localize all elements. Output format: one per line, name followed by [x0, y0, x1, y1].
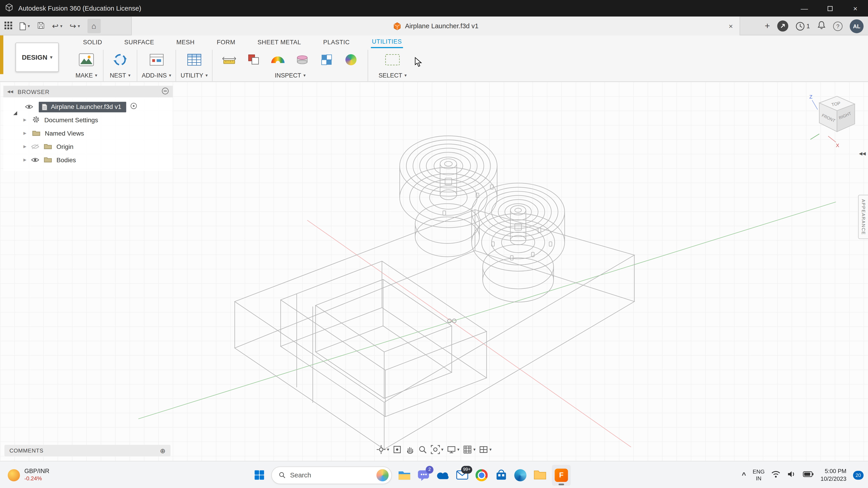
save-button[interactable]	[37, 21, 45, 31]
draft-analysis-button[interactable]	[339, 49, 363, 71]
expander-icon[interactable]: ▶	[22, 118, 28, 123]
addins-button[interactable]	[144, 49, 168, 71]
taskbar-edge[interactable]	[513, 468, 528, 482]
circle-plus-icon: ⊕	[160, 447, 166, 455]
gear-icon	[32, 116, 40, 125]
taskbar-fusion-360[interactable]: F	[552, 464, 571, 486]
select-dropdown[interactable]: SELECT▾	[379, 72, 407, 78]
make-button[interactable]	[74, 49, 98, 71]
language-switcher[interactable]: ENG IN	[753, 468, 765, 481]
appearance-panel-tab[interactable]: APPEARANCE	[858, 195, 868, 239]
account-avatar[interactable]: AL	[850, 19, 864, 33]
new-tab-button[interactable]: +	[765, 21, 770, 31]
search-box[interactable]: Search	[271, 466, 392, 484]
curvature-map-button[interactable]	[266, 49, 290, 71]
tray-expand-button[interactable]: ^	[742, 473, 746, 477]
browser-minimize-button[interactable]	[162, 87, 169, 96]
select-button[interactable]	[380, 49, 405, 71]
chevron-down-icon: ▾	[387, 447, 389, 452]
volume-button[interactable]	[787, 470, 796, 480]
eye-icon	[31, 157, 39, 162]
tab-solid[interactable]: SOLID	[82, 37, 103, 48]
expander-icon[interactable]: ▶	[22, 158, 28, 162]
addins-dropdown[interactable]: ADD-INS▾	[142, 72, 171, 78]
tree-row-bodies[interactable]: ▶ Bodies	[3, 153, 173, 166]
tree-row-root[interactable]: Airplane Launcher.f3d v1	[3, 100, 173, 113]
clock-date-button[interactable]: 5:00 PM 10/2/2023	[820, 468, 846, 482]
home-view-button[interactable]: ⌂	[87, 19, 101, 33]
taskbar-folder[interactable]	[532, 468, 547, 482]
app-grid-button[interactable]	[4, 21, 12, 31]
maximize-button[interactable]	[817, 0, 843, 17]
browser-collapse-button[interactable]: ◀◀	[7, 90, 13, 94]
root-node-label[interactable]: Airplane Launcher.f3d v1	[39, 101, 126, 112]
tree-row-named-views[interactable]: ▶ Named Views	[3, 127, 173, 140]
document-tab-close-button[interactable]: ×	[729, 22, 733, 30]
file-menu-button[interactable]: ▾	[20, 22, 30, 30]
undo-button[interactable]: ↩ ▾	[52, 22, 62, 30]
minimize-button[interactable]: —	[792, 0, 817, 17]
section-analysis-button[interactable]	[315, 49, 339, 71]
edge-icon	[514, 469, 526, 481]
ground-target-icon[interactable]	[130, 102, 137, 111]
add-comment-button[interactable]: ⊕	[160, 447, 166, 455]
nest-dropdown[interactable]: NEST▾	[110, 72, 130, 78]
interference-button[interactable]	[241, 49, 266, 71]
tree-row-origin[interactable]: ▶ Origin	[3, 140, 173, 153]
taskbar-store[interactable]	[494, 468, 508, 482]
taskbar-file-explorer[interactable]	[397, 468, 411, 482]
expander-icon[interactable]: ▶	[22, 144, 28, 149]
notification-count-badge[interactable]: 20	[853, 470, 864, 480]
widgets-stock-button[interactable]: GBP/INR -0.24%	[8, 461, 49, 488]
display-settings-button[interactable]: ▾	[447, 445, 459, 454]
tab-plastic[interactable]: PLASTIC	[322, 37, 351, 48]
redo-button[interactable]: ↪ ▾	[70, 22, 80, 30]
taskbar-onedrive[interactable]	[436, 468, 450, 482]
pan-button[interactable]	[405, 445, 415, 454]
redo-icon: ↪	[70, 22, 76, 30]
expander-icon[interactable]: ▶	[22, 131, 28, 135]
orbit-button[interactable]: ▾	[376, 445, 389, 454]
comments-bar[interactable]: COMMENTS ⊕	[4, 445, 170, 456]
bodies-visibility-toggle[interactable]	[31, 156, 39, 164]
chevron-down-icon: ▾	[95, 73, 97, 78]
tab-form[interactable]: FORM	[216, 37, 237, 48]
inspect-dropdown[interactable]: INSPECT▾	[275, 72, 306, 78]
document-tab[interactable]: Airplane Launcher.f3d v1 ×	[131, 17, 740, 35]
folder-icon	[32, 129, 40, 137]
wifi-button[interactable]	[771, 470, 781, 480]
root-expander[interactable]	[13, 103, 17, 111]
start-button[interactable]	[252, 468, 266, 482]
measure-button[interactable]	[217, 49, 242, 71]
fit-button[interactable]: ▾	[431, 445, 443, 454]
origin-visibility-toggle[interactable]	[31, 142, 39, 151]
taskbar-mail[interactable]: 99+	[455, 468, 469, 482]
tab-mesh[interactable]: MESH	[175, 37, 196, 48]
zoom-button[interactable]	[418, 445, 428, 454]
tab-surface[interactable]: SURFACE	[123, 37, 155, 48]
utility-button[interactable]	[182, 49, 206, 71]
view-cube[interactable]: Z TOP FRONT RIGHT X	[803, 89, 865, 153]
right-panel-collapse-button[interactable]: ◀◀	[859, 151, 866, 156]
make-dropdown[interactable]: MAKE▾	[75, 72, 97, 78]
look-at-button[interactable]	[393, 445, 402, 454]
help-button[interactable]: ?	[833, 21, 843, 31]
workspace-selector[interactable]: DESIGN ▾	[16, 43, 59, 72]
tree-row-document-settings[interactable]: ▶ Document Settings	[3, 113, 173, 127]
job-status-button[interactable]: 1	[796, 21, 810, 31]
app-grid-icon	[4, 21, 12, 29]
close-button[interactable]: ×	[842, 0, 868, 17]
tab-utilities[interactable]: UTILITIES	[371, 37, 403, 48]
grid-settings-button[interactable]: ▾	[463, 445, 475, 454]
taskbar-chrome[interactable]	[474, 468, 489, 482]
nest-button[interactable]	[108, 49, 132, 71]
extensions-button[interactable]	[777, 21, 788, 32]
viewports-button[interactable]: ▾	[479, 445, 491, 454]
battery-button[interactable]	[803, 471, 814, 479]
notifications-button[interactable]	[817, 21, 826, 32]
tab-sheet-metal[interactable]: SHEET METAL	[256, 37, 302, 48]
taskbar-teams-chat[interactable]: 2	[416, 468, 431, 482]
root-visibility-toggle[interactable]	[25, 103, 33, 111]
curvature-comb-button[interactable]	[290, 49, 315, 71]
utility-dropdown[interactable]: UTILITY▾	[181, 72, 208, 78]
